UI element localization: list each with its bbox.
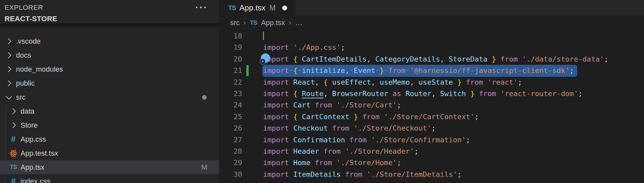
copilot-suggestion-icon[interactable]: ✦: [261, 53, 270, 63]
tree-item-Store[interactable]: Store: [0, 118, 219, 132]
code-text: import Confirmation from './Store/Confir…: [263, 134, 470, 146]
chevron-right-icon[interactable]: [5, 53, 13, 57]
chevron-right-icon[interactable]: [9, 109, 18, 113]
editor-group: TS App.tsx M src › TS App.tsx › … 1819im…: [219, 0, 644, 183]
tree-item-App.test.tsx[interactable]: App.test.tsx: [0, 146, 219, 160]
text-cursor: [263, 32, 264, 40]
modified-badge: M: [201, 163, 207, 172]
line-number[interactable]: 22: [219, 77, 242, 88]
chevron-right-icon[interactable]: [5, 67, 13, 71]
css-file-icon: #: [9, 176, 18, 183]
tree-item-label: data: [21, 107, 35, 116]
tab-label: App.tsx: [240, 3, 266, 12]
chevron-right-icon[interactable]: [5, 39, 13, 43]
code-line-27[interactable]: 27import Confirmation from './Store/Conf…: [219, 134, 644, 146]
ts-file-icon: TS: [250, 19, 257, 26]
code-area[interactable]: 1819import './App.css';20✦import { CartI…: [219, 30, 644, 183]
code-text: import Home from './Store/Home';: [263, 157, 401, 168]
code-line-19[interactable]: 19import './App.css';: [219, 42, 644, 53]
tree-item-docs[interactable]: docs: [0, 48, 219, 62]
line-number[interactable]: 21: [219, 65, 242, 76]
vscode-window: EXPLORER ··· REACT-STORE .vscodedocsnode…: [0, 0, 644, 183]
tree-item-label: docs: [16, 51, 31, 60]
gutter: [242, 42, 263, 53]
code-line-26[interactable]: 26import Checkout from './Store/Checkout…: [219, 122, 644, 134]
modified-line-indicator: [246, 65, 249, 76]
ts-file-icon: TS: [9, 164, 18, 171]
line-number[interactable]: 30: [219, 169, 242, 180]
code-text: import Cart from './Store/Cart';: [263, 99, 401, 111]
code-line-29[interactable]: 29import Home from './Store/Home';: [219, 157, 644, 168]
chevron-right-icon[interactable]: [9, 123, 18, 127]
code-text: import { CartContext } from './Store/Car…: [263, 111, 479, 122]
tree-item-App.css[interactable]: #App.css: [0, 132, 219, 146]
tree-item-src[interactable]: src: [0, 90, 219, 104]
line-number[interactable]: 26: [219, 122, 242, 134]
explorer-header: EXPLORER ···: [0, 0, 219, 12]
line-number[interactable]: 29: [219, 157, 242, 168]
gutter: [242, 88, 263, 99]
tree-item-label: .vscode: [16, 37, 41, 46]
line-number[interactable]: 20: [219, 53, 242, 65]
unsaved-dot-icon[interactable]: [282, 6, 287, 10]
code-line-25[interactable]: 25import { CartContext } from './Store/C…: [219, 111, 644, 122]
css-file-icon: #: [9, 134, 18, 144]
line-number[interactable]: 27: [219, 134, 242, 146]
tree-item-label: App.css: [21, 135, 46, 144]
line-number[interactable]: 28: [219, 146, 242, 157]
project-name: REACT-STORE: [5, 15, 57, 23]
chevron-down-icon[interactable]: [5, 96, 13, 99]
sparkle-icon: ✦: [260, 59, 266, 64]
tree-item-public[interactable]: public: [0, 76, 219, 90]
modified-dot-icon: [202, 95, 207, 100]
tree-item-label: src: [16, 93, 25, 102]
tree-item-index.css[interactable]: #index.css: [0, 174, 219, 183]
code-line-30[interactable]: 30import ItemDetails from './Store/ItemD…: [219, 169, 644, 180]
tree-item-data[interactable]: data: [0, 104, 219, 118]
code-text: import { Route, BrowserRouter as Router,…: [263, 88, 582, 99]
tree-item-node_modules[interactable]: node_modules: [0, 62, 219, 76]
file-tree: .vscodedocsnode_modulespublicsrcdataStor…: [0, 23, 219, 183]
chevron-right-icon: ›: [289, 19, 291, 27]
code-line-18[interactable]: 18: [219, 30, 644, 42]
code-text: import·{·initialize,·Event·}·from·'@harn…: [263, 65, 577, 76]
line-number[interactable]: 23: [219, 88, 242, 99]
code-line-20[interactable]: 20✦import { CartItemDetails, CategoryDet…: [219, 53, 644, 65]
code-line-28[interactable]: 28import Header from './Store/Header';: [219, 146, 644, 157]
code-line-24[interactable]: 24import Cart from './Store/Cart';: [219, 99, 644, 111]
tab-app-tsx[interactable]: TS App.tsx M: [219, 0, 296, 16]
project-section-header[interactable]: REACT-STORE: [0, 14, 219, 23]
tab-bar: TS App.tsx M: [219, 0, 644, 16]
gutter: [242, 146, 263, 157]
tree-item-label: Store: [21, 121, 38, 130]
chevron-right-icon[interactable]: [5, 81, 13, 85]
gutter: [242, 157, 263, 168]
gutter: [242, 77, 263, 88]
breadcrumb-file[interactable]: App.tsx: [261, 19, 285, 27]
line-number[interactable]: 25: [219, 111, 242, 122]
tree-item-label: index.css: [21, 177, 51, 183]
gutter: [242, 53, 263, 65]
tree-item-App.tsx[interactable]: TSApp.tsxM: [0, 160, 219, 174]
ellipsis-icon[interactable]: ···: [195, 4, 208, 11]
code-line-21[interactable]: 21import·{·initialize,·Event·}·from·'@ha…: [219, 65, 644, 76]
code-text: import Header from './Store/Header';: [263, 146, 418, 157]
code-text: [263, 30, 264, 42]
code-line-22[interactable]: 22import React, { useEffect, useMemo, us…: [219, 77, 644, 88]
chevron-right-icon: ›: [243, 19, 246, 27]
gutter: [242, 65, 263, 76]
tree-item-.vscode[interactable]: .vscode: [0, 34, 219, 48]
code-line-23[interactable]: 23import { Route, BrowserRouter as Route…: [219, 88, 644, 99]
line-number[interactable]: 19: [219, 42, 242, 53]
selection-highlight: import·{·initialize,·Event·}·from·'@harn…: [262, 65, 577, 77]
tab-modified-badge: M: [270, 4, 276, 12]
explorer-sidebar: EXPLORER ··· REACT-STORE .vscodedocsnode…: [0, 0, 219, 183]
breadcrumb-more[interactable]: …: [295, 19, 302, 27]
code-text: import React, { useEffect, useMemo, useS…: [263, 77, 522, 88]
breadcrumb-folder[interactable]: src: [230, 19, 240, 27]
gutter: [242, 169, 263, 180]
gutter: [242, 134, 263, 146]
line-number[interactable]: 24: [219, 99, 242, 111]
line-number[interactable]: 18: [219, 30, 242, 42]
explorer-title: EXPLORER: [5, 4, 43, 11]
